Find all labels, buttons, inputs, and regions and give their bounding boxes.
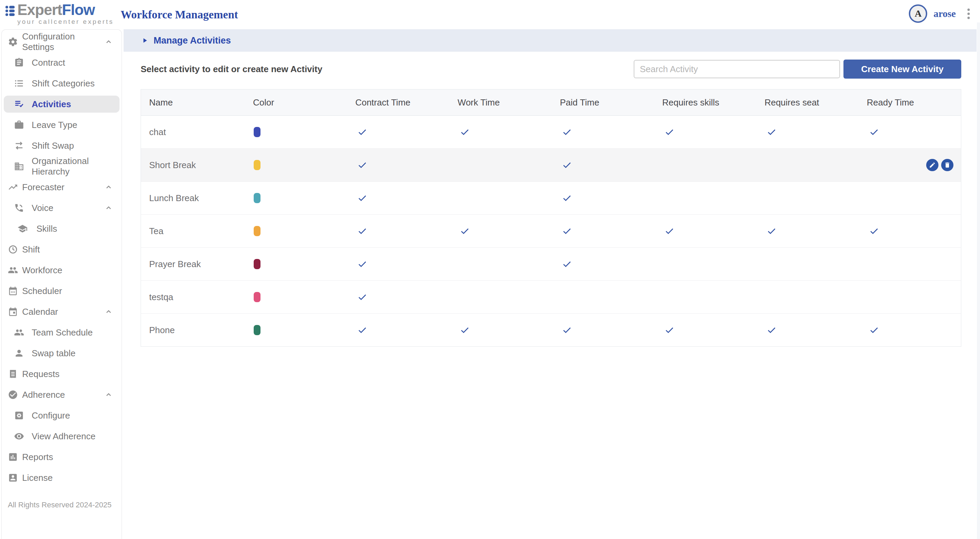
activity-color-swatch bbox=[254, 259, 261, 269]
column-header: Requires skills bbox=[654, 97, 756, 108]
graduation-cap-icon bbox=[18, 224, 28, 234]
sidebar-item-requests[interactable]: Requests bbox=[4, 365, 119, 382]
sidebar-item-label: Organizational Hierarchy bbox=[32, 156, 119, 177]
chevron-up-icon[interactable] bbox=[104, 390, 113, 399]
sidebar-item-scheduler[interactable]: Scheduler bbox=[4, 282, 119, 300]
badge-icon bbox=[8, 472, 18, 483]
avatar[interactable]: A bbox=[909, 5, 927, 23]
table-row[interactable]: Tea bbox=[141, 215, 961, 248]
sidebar-item-shift-swap[interactable]: Shift Swap bbox=[4, 137, 119, 154]
sidebar-item-voice[interactable]: Voice bbox=[4, 200, 119, 216]
check-cell bbox=[859, 193, 961, 203]
expertflow-logo: ExpertFlow your callcenter experts bbox=[5, 2, 114, 25]
check-cell bbox=[347, 193, 449, 203]
sidebar-item-contract[interactable]: Contract bbox=[4, 54, 119, 71]
check-icon bbox=[869, 325, 879, 335]
activity-color-swatch bbox=[254, 226, 261, 236]
sidebar-item-label: Shift bbox=[22, 244, 40, 255]
check-icon bbox=[562, 325, 572, 335]
chevron-up-icon[interactable] bbox=[104, 203, 113, 213]
sidebar-item-label: Workforce bbox=[22, 265, 62, 276]
person-icon bbox=[14, 348, 24, 358]
edit-button[interactable] bbox=[926, 159, 939, 171]
table-row[interactable]: testqa bbox=[141, 281, 961, 314]
scrollbar-track[interactable] bbox=[977, 22, 980, 539]
sidebar-item-shift[interactable]: Shift bbox=[4, 241, 119, 258]
check-icon bbox=[562, 226, 572, 236]
sidebar-item-swap-table[interactable]: Swap table bbox=[4, 345, 119, 362]
bar-chart-icon bbox=[8, 452, 18, 462]
sidebar-item-organizational-hierarchy[interactable]: Organizational Hierarchy bbox=[4, 158, 119, 175]
sidebar-item-label: Swap table bbox=[32, 348, 76, 359]
copyright-text: All Rights Reserved 2024-2025 bbox=[8, 501, 122, 509]
sidebar-item-reports[interactable]: Reports bbox=[4, 449, 119, 466]
sidebar-item-label: Shift Swap bbox=[32, 141, 74, 151]
check-cell bbox=[552, 226, 654, 236]
check-cell bbox=[654, 292, 756, 302]
check-cell bbox=[654, 193, 756, 203]
column-header: Paid Time bbox=[552, 97, 654, 108]
check-icon bbox=[664, 127, 675, 137]
briefcase-icon bbox=[14, 120, 24, 130]
table-row[interactable]: Lunch Break bbox=[141, 182, 961, 215]
sidebar-item-workforce[interactable]: Workforce bbox=[4, 262, 119, 279]
check-icon bbox=[869, 226, 879, 236]
check-cell bbox=[654, 226, 756, 236]
chevron-up-icon[interactable] bbox=[104, 37, 113, 47]
toolbar: Select activity to edit or create new Ac… bbox=[141, 59, 961, 79]
username: arose bbox=[933, 8, 956, 19]
table-row[interactable]: Phone bbox=[141, 314, 961, 346]
sidebar-item-activities[interactable]: Activities bbox=[4, 96, 119, 113]
brand-tagline: your callcenter experts bbox=[18, 18, 114, 25]
sidebar-item-label: Requests bbox=[22, 369, 60, 379]
activity-color-swatch bbox=[254, 193, 261, 203]
manage-activities-panel-header[interactable]: Manage Activities bbox=[124, 29, 977, 52]
table-row[interactable]: chat bbox=[141, 116, 961, 149]
check-icon bbox=[562, 193, 572, 203]
check-icon bbox=[357, 160, 368, 170]
sidebar-item-view-adherence[interactable]: View Adherence bbox=[4, 428, 119, 445]
sidebar-item-leave-type[interactable]: Leave Type bbox=[4, 116, 119, 133]
check-cell bbox=[654, 160, 756, 170]
check-icon bbox=[460, 325, 470, 335]
sidebar-item-license[interactable]: License bbox=[4, 469, 119, 486]
search-input[interactable] bbox=[634, 60, 840, 78]
activity-name: Short Break bbox=[141, 160, 245, 170]
sidebar-item-label: Calendar bbox=[22, 307, 58, 317]
chevron-up-icon[interactable] bbox=[104, 307, 113, 317]
check-icon bbox=[357, 127, 368, 137]
create-new-activity-button[interactable]: Create New Activity bbox=[843, 60, 961, 79]
sidebar-item-skills[interactable]: Skills bbox=[4, 220, 119, 237]
panel-title: Manage Activities bbox=[154, 35, 231, 46]
check-icon bbox=[357, 226, 368, 236]
delete-button[interactable] bbox=[941, 159, 953, 171]
app-header: ExpertFlow your callcenter experts Workf… bbox=[0, 0, 980, 27]
check-cell bbox=[552, 193, 654, 203]
chevron-up-icon[interactable] bbox=[104, 182, 113, 192]
check-cell bbox=[756, 325, 858, 335]
sidebar-item-calendar[interactable]: Calendar bbox=[4, 303, 119, 320]
table-row[interactable]: Prayer Break bbox=[141, 248, 961, 281]
check-icon bbox=[460, 226, 470, 236]
kebab-menu-icon[interactable] bbox=[966, 7, 971, 21]
table-row[interactable]: Short Break bbox=[141, 149, 961, 182]
sidebar: Configuration Settings Contract Shift Ca… bbox=[2, 29, 122, 539]
sidebar-item-label: License bbox=[22, 472, 53, 483]
sidebar-item-label: Voice bbox=[32, 203, 54, 213]
check-icon bbox=[357, 292, 368, 302]
building-icon bbox=[14, 161, 24, 171]
check-cell bbox=[347, 160, 449, 170]
check-cell bbox=[449, 259, 552, 269]
gear-square-icon bbox=[14, 411, 24, 420]
sidebar-item-team-schedule[interactable]: Team Schedule bbox=[4, 324, 119, 341]
sidebar-item-label: Contract bbox=[32, 57, 65, 68]
activity-name: Prayer Break bbox=[141, 259, 245, 270]
sidebar-item-forecaster[interactable]: Forecaster bbox=[4, 179, 119, 196]
check-icon bbox=[460, 127, 470, 137]
main-content: Manage Activities Select activity to edi… bbox=[122, 29, 977, 539]
trending-up-icon bbox=[8, 182, 18, 192]
sidebar-item-configuration-settings[interactable]: Configuration Settings bbox=[4, 33, 119, 50]
sidebar-item-adherence[interactable]: Adherence bbox=[4, 386, 119, 403]
sidebar-item-configure[interactable]: Configure bbox=[4, 407, 119, 424]
sidebar-item-shift-categories[interactable]: Shift Categories bbox=[4, 75, 119, 92]
